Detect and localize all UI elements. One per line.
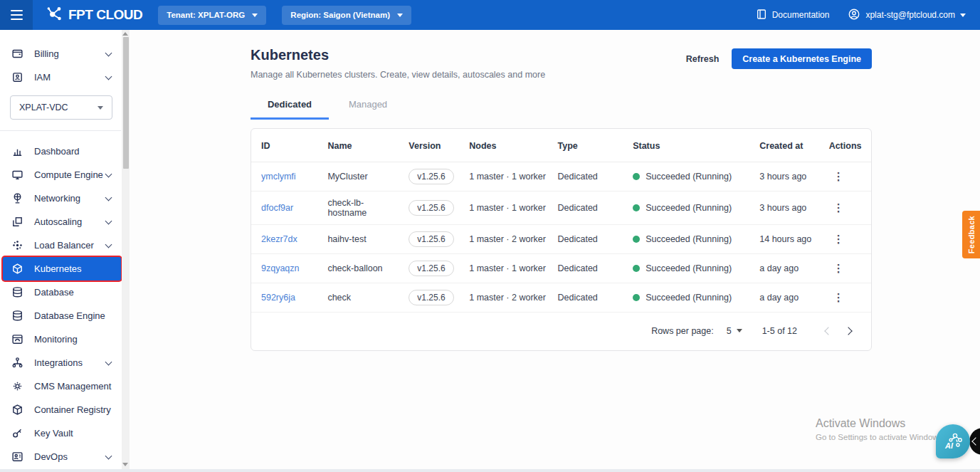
- status-dot-green: [633, 236, 640, 243]
- sidebar-scrollbar[interactable]: [122, 30, 130, 469]
- id-badge-icon: [11, 71, 24, 84]
- account-menu[interactable]: xplat-stg@fptcloud.com: [848, 8, 966, 23]
- database-icon: [11, 286, 24, 299]
- cluster-nodes: 1 master · 1 worker: [463, 254, 552, 283]
- sidebar-item-autoscaling[interactable]: Autoscaling: [0, 210, 130, 234]
- chevron-down-icon: [105, 358, 112, 365]
- row-actions-kebab-icon[interactable]: ⋮: [829, 292, 848, 303]
- sidebar-item-dashboard[interactable]: Dashboard: [0, 140, 130, 163]
- svg-text:AI: AI: [944, 441, 954, 450]
- load-balancer-icon: [11, 239, 24, 252]
- sidebar-item-load-balancer[interactable]: Load Balancer: [0, 234, 130, 257]
- devops-person-icon: [11, 451, 24, 463]
- cluster-id-link[interactable]: 9zqyaqzn: [261, 263, 300, 273]
- sidebar-item-database-engine[interactable]: Database Engine: [0, 304, 130, 327]
- ai-assistant-bubble[interactable]: AI: [936, 424, 970, 458]
- pagination-range: 1-5 of 12: [762, 326, 797, 336]
- gauge-icon: [11, 333, 24, 346]
- status-text: Succeeded (Running): [646, 172, 732, 182]
- key-icon: [11, 427, 24, 440]
- documentation-label: Documentation: [772, 10, 830, 20]
- region-select[interactable]: Region: Saigon (Vietnam): [282, 6, 411, 25]
- row-actions-kebab-icon[interactable]: ⋮: [829, 202, 848, 213]
- version-badge: v1.25.6: [409, 200, 453, 216]
- sidebar-item-database[interactable]: Database: [0, 280, 130, 304]
- status-dot-green: [633, 294, 640, 301]
- sidebar-item-monitoring[interactable]: Monitoring: [0, 327, 130, 351]
- create-kubernetes-engine-button[interactable]: Create a Kubernetes Engine: [732, 48, 872, 69]
- row-actions-kebab-icon[interactable]: ⋮: [829, 171, 848, 182]
- cluster-id-link[interactable]: 2kezr7dx: [261, 234, 297, 244]
- cluster-name: check-balloon: [322, 254, 403, 283]
- database-icon: [11, 310, 24, 322]
- cluster-id-link[interactable]: ymclymfi: [261, 172, 296, 182]
- chevron-down-icon: [105, 452, 112, 459]
- table-row: 9zqyaqzn check-balloon v1.25.6 1 master …: [251, 254, 871, 283]
- created-at: a day ago: [754, 283, 823, 313]
- status-text: Succeeded (Running): [646, 203, 732, 213]
- chevron-down-icon: [105, 241, 112, 248]
- cluster-name: haihv-test: [322, 225, 403, 254]
- sidebar-item-kubernetes[interactable]: Kubernetes: [3, 257, 121, 280]
- vdc-select[interactable]: XPLAT-VDC: [10, 95, 112, 120]
- table-row: ymclymfi MyCluster v1.25.6 1 master · 1 …: [251, 162, 871, 192]
- chevron-down-icon: [105, 49, 112, 56]
- clusters-table: ID Name Version Nodes Type Status Create…: [251, 129, 871, 313]
- cube-icon: [11, 263, 24, 276]
- hamburger-menu-icon[interactable]: [0, 0, 33, 30]
- main-content: Kubernetes Manage all Kubernetes cluster…: [130, 30, 980, 469]
- sidebar-divider: [0, 130, 121, 131]
- scroll-up-icon[interactable]: [122, 32, 128, 36]
- documentation-link[interactable]: Documentation: [756, 9, 830, 22]
- cluster-id-link[interactable]: dfocf9ar: [261, 203, 293, 213]
- next-page-button[interactable]: [838, 322, 858, 339]
- status-text: Succeeded (Running): [646, 263, 732, 273]
- column-header-status: Status: [627, 129, 754, 162]
- previous-page-button[interactable]: [818, 322, 838, 339]
- tab-managed[interactable]: Managed: [329, 99, 407, 120]
- sidebar-item-key-vault[interactable]: Key Vault: [0, 421, 130, 445]
- sidebar-item-container-registry[interactable]: Container Registry: [0, 398, 130, 421]
- sidebar-item-networking[interactable]: Networking: [0, 187, 130, 210]
- caret-down-icon: [252, 14, 258, 17]
- cluster-id-link[interactable]: 592ry6ja: [261, 293, 295, 303]
- fpt-cloud-logo: FPT CLOUD: [46, 4, 142, 26]
- cluster-nodes: 1 master · 1 worker: [463, 192, 552, 225]
- table-row: 592ry6ja check v1.25.6 1 master · 2 work…: [251, 283, 871, 313]
- gear-icon: [11, 380, 24, 393]
- sidebar-item-cms-management[interactable]: CMS Management: [0, 374, 130, 398]
- sitemap-icon: [11, 357, 24, 369]
- column-header-actions: Actions: [823, 129, 871, 162]
- status-dot-green: [633, 265, 640, 272]
- ai-molecule-icon: AI: [941, 429, 965, 453]
- created-at: 3 hours ago: [754, 192, 823, 225]
- layers-icon: [11, 216, 24, 229]
- cluster-type: Dedicated: [552, 225, 628, 254]
- sidebar-item-billing[interactable]: Billing: [0, 42, 130, 65]
- tab-dedicated[interactable]: Dedicated: [251, 99, 329, 120]
- rows-per-page-select[interactable]: 5: [727, 326, 742, 336]
- version-badge: v1.25.6: [409, 290, 453, 305]
- refresh-button[interactable]: Refresh: [686, 54, 720, 64]
- sidebar-item-devops[interactable]: DevOps: [0, 445, 130, 468]
- table-header-row: ID Name Version Nodes Type Status Create…: [251, 129, 871, 162]
- version-badge: v1.25.6: [409, 231, 453, 247]
- scroll-down-icon[interactable]: [122, 463, 128, 466]
- cluster-type: Dedicated: [552, 254, 628, 283]
- table-row: 2kezr7dx haihv-test v1.25.6 1 master · 2…: [251, 225, 871, 254]
- feedback-tab[interactable]: Feedback: [962, 211, 980, 258]
- chevron-down-icon: [105, 217, 112, 224]
- tenant-select[interactable]: Tenant: XPLAT-ORG: [158, 6, 266, 25]
- sidebar-scrollbar-thumb[interactable]: [123, 37, 129, 169]
- row-actions-kebab-icon[interactable]: ⋮: [829, 263, 848, 273]
- sidebar-item-integrations[interactable]: Integrations: [0, 351, 130, 374]
- chevron-left-icon: [824, 327, 832, 335]
- status-dot-green: [633, 173, 640, 180]
- caret-down-icon: [960, 14, 966, 17]
- sidebar-item-iam[interactable]: IAM: [0, 65, 130, 89]
- sidebar-item-compute-engine[interactable]: Compute Engine: [0, 163, 130, 187]
- row-actions-kebab-icon[interactable]: ⋮: [829, 234, 848, 244]
- wallet-icon: [11, 48, 24, 61]
- cluster-type: Dedicated: [552, 192, 628, 225]
- monitor-icon: [11, 169, 24, 182]
